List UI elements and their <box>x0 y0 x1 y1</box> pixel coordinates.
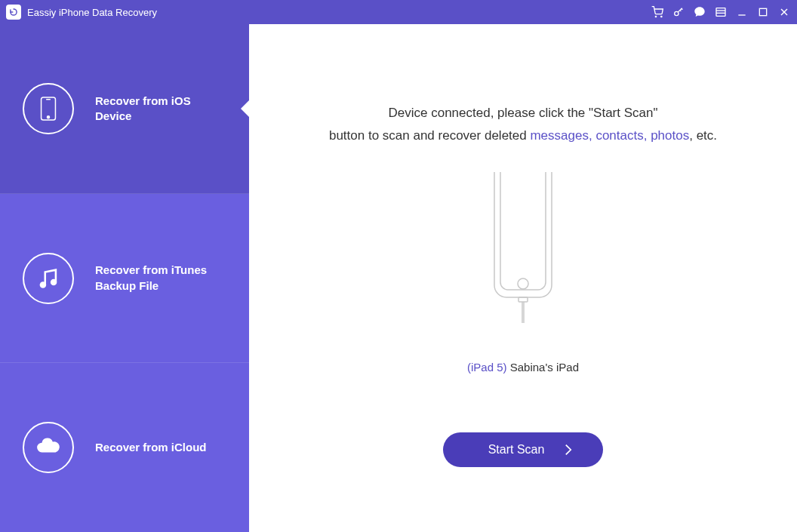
close-icon[interactable] <box>777 5 791 19</box>
device-label: Sabina's iPad <box>507 361 579 374</box>
chevron-right-icon <box>564 444 573 456</box>
svg-point-2 <box>675 11 679 15</box>
svg-point-0 <box>655 16 656 17</box>
instruction-text-line2: button to scan and recover deleted messa… <box>329 128 717 143</box>
device-illustration <box>485 172 561 326</box>
start-scan-button[interactable]: Start Scan <box>443 432 603 467</box>
start-scan-label: Start Scan <box>488 443 545 457</box>
device-model: (iPad 5) <box>467 361 507 374</box>
svg-point-11 <box>47 116 49 118</box>
menu-icon[interactable] <box>714 5 728 19</box>
app-title: Eassiy iPhone Data Recovery <box>27 7 157 18</box>
cloud-icon <box>23 422 74 473</box>
key-icon[interactable] <box>672 5 685 19</box>
maximize-icon[interactable] <box>756 5 770 19</box>
title-right-controls <box>651 5 791 19</box>
svg-rect-7 <box>759 8 766 15</box>
sidebar-item-label: Recover from iCloud <box>95 440 207 455</box>
sidebar-item-recover-ios-device[interactable]: Recover from iOS Device <box>0 24 249 194</box>
minimize-icon[interactable] <box>735 5 749 19</box>
device-name-row: (iPad 5) Sabina's iPad <box>467 361 579 374</box>
svg-point-15 <box>518 278 528 289</box>
main-content: Device connected, please click the "Star… <box>249 24 797 532</box>
instruction-text-line1: Device connected, please click the "Star… <box>389 106 658 121</box>
svg-point-14 <box>51 278 57 285</box>
sidebar-item-label: Recover from iTunes Backup File <box>95 263 216 294</box>
sidebar: Recover from iOS Device Recover from iTu… <box>0 24 249 532</box>
title-left: Eassiy iPhone Data Recovery <box>6 5 157 20</box>
svg-point-1 <box>661 16 662 17</box>
app-logo-icon <box>6 5 21 20</box>
sidebar-item-recover-icloud[interactable]: Recover from iCloud <box>0 363 249 532</box>
instruction-suffix: , etc. <box>689 128 717 143</box>
sidebar-item-recover-itunes-backup[interactable]: Recover from iTunes Backup File <box>0 194 249 364</box>
svg-rect-16 <box>519 297 528 302</box>
svg-point-13 <box>40 281 47 288</box>
music-note-icon <box>23 253 74 304</box>
chat-icon[interactable] <box>693 5 706 19</box>
svg-rect-3 <box>716 8 725 17</box>
sidebar-item-label: Recover from iOS Device <box>95 94 216 125</box>
app-body: Recover from iOS Device Recover from iTu… <box>0 24 797 532</box>
app-window: Eassiy iPhone Data Recovery <box>0 0 797 532</box>
instruction-prefix: button to scan and recover deleted <box>329 128 531 143</box>
cart-icon[interactable] <box>651 5 664 19</box>
instruction-links[interactable]: messages, contacts, photos <box>530 128 689 143</box>
title-bar: Eassiy iPhone Data Recovery <box>0 0 797 24</box>
phone-icon <box>23 83 74 134</box>
